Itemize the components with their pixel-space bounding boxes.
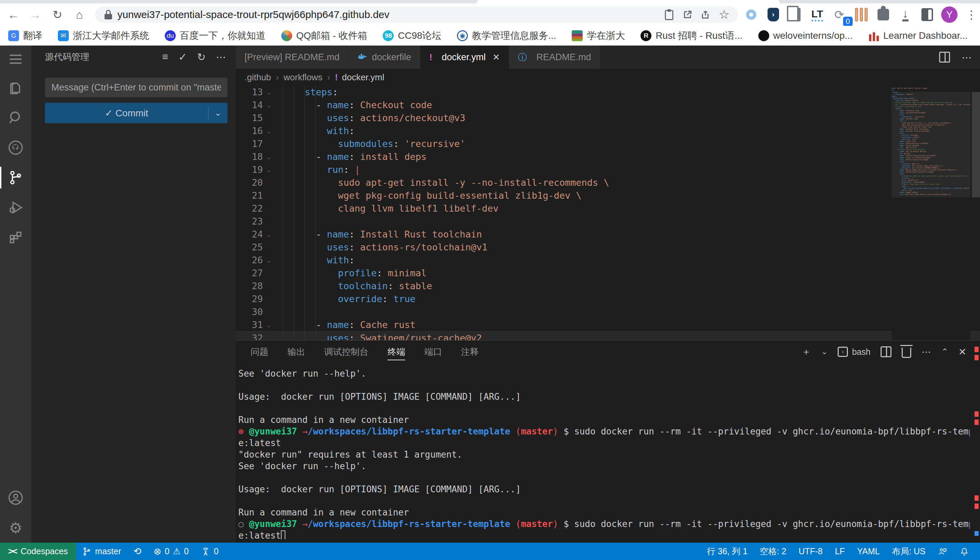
terminal-dropdown-icon[interactable]: ⌄: [821, 347, 828, 356]
kill-terminal-icon[interactable]: [902, 348, 911, 358]
refresh-icon[interactable]: ↻: [197, 51, 206, 63]
panel-tab[interactable]: 问题: [251, 340, 268, 363]
panel-tab-bar: 问题输出调试控制台终端端口注释 ＋ ⌄ › bash ⋯ ⌃ ✕: [236, 340, 980, 363]
terminal-line: Usage: docker run [OPTIONS] IMAGE [COMMA…: [238, 483, 970, 495]
panel-tab[interactable]: 调试控制台: [324, 340, 368, 363]
view-as-list-icon[interactable]: ≡: [162, 51, 168, 63]
explorer-icon[interactable]: [0, 73, 31, 103]
panel-tab[interactable]: 终端: [388, 340, 405, 363]
bookmark-item[interactable]: Learner Dashboar...: [868, 30, 968, 41]
terminal-line: ○ @yunwei37 →/workspaces/libbpf-rs-start…: [238, 518, 970, 530]
panel-tab[interactable]: 端口: [424, 340, 442, 363]
open-in-new-icon[interactable]: [680, 7, 695, 22]
cursor-position[interactable]: 行 36, 列 1: [701, 543, 754, 560]
branch-indicator[interactable]: master: [76, 543, 127, 560]
panel-tab[interactable]: 注释: [461, 340, 479, 363]
panel-more-actions-icon[interactable]: ⋯: [921, 346, 931, 358]
clipboard-icon[interactable]: [662, 7, 677, 22]
code-editor[interactable]: 13⌄ steps:14⌄ - name: Checkout code15 us…: [236, 86, 980, 340]
indentation[interactable]: 空格: 2: [754, 543, 793, 560]
close-panel-icon[interactable]: ✕: [958, 346, 967, 358]
extensions-icon[interactable]: [0, 223, 31, 252]
code-line: 16⌄ with:: [236, 125, 980, 137]
bookmark-item[interactable]: du百度一下，你就知道: [165, 29, 266, 42]
bookmark-item[interactable]: RRust 招聘 - Rust语...: [641, 29, 743, 42]
panel-tab[interactable]: 输出: [288, 340, 305, 363]
eol-sequence[interactable]: LF: [829, 543, 851, 560]
profile-avatar[interactable]: Y: [941, 6, 958, 23]
github-icon[interactable]: [0, 133, 31, 163]
search-icon[interactable]: [0, 103, 31, 133]
extension-ring-icon[interactable]: [743, 6, 760, 23]
editor-tab-dockerfile[interactable]: dockerfile: [349, 46, 421, 69]
editor-tab--preview-readme.md[interactable]: [Preview] README.md: [236, 46, 349, 69]
terminal-line: See 'docker run --help'.: [238, 460, 970, 472]
bookmark-item[interactable]: QQ邮箱 - 收件箱: [281, 29, 367, 42]
code-line: 18⌄ - name: install deps: [236, 150, 980, 163]
bookmark-item[interactable]: ◉教学管理信息服务...: [457, 29, 556, 42]
commit-dropdown-icon[interactable]: ⌄: [208, 108, 227, 118]
downloads-icon[interactable]: ↓: [896, 6, 914, 23]
encoding[interactable]: UTF-8: [793, 543, 829, 560]
overview-ruler[interactable]: [973, 340, 980, 543]
remote-icon: ><: [8, 546, 16, 557]
commit-check-icon[interactable]: ✓: [179, 51, 187, 63]
editor-tab-docker.yml[interactable]: !docker.yml✕: [421, 46, 509, 69]
terminal-line: [238, 379, 970, 391]
terminal-output[interactable]: See 'docker run --help'.Usage: docker ru…: [238, 368, 970, 539]
bookmark-item[interactable]: ✉浙江大学邮件系统: [58, 29, 149, 42]
terminal-instance[interactable]: › bash: [838, 347, 870, 357]
bookmark-item[interactable]: G翻译: [8, 29, 42, 42]
sync-indicator[interactable]: ⟲: [127, 543, 147, 560]
menu-hamburger-icon[interactable]: [0, 46, 31, 73]
keyboard-layout[interactable]: 布局: US: [886, 543, 932, 560]
extension-sync-icon[interactable]: ⟳0: [831, 6, 848, 23]
bookmark-item[interactable]: 学在浙大: [572, 29, 625, 42]
browser-menu-icon[interactable]: ⋮: [963, 6, 980, 23]
terminal-line: "docker run" requires at least 1 argumen…: [238, 449, 970, 460]
editor-tab-bar: [Preview] README.mddockerfile!docker.yml…: [236, 46, 980, 69]
share-icon[interactable]: [698, 7, 713, 22]
browser-active-tab[interactable]: [477, 0, 780, 3]
settings-gear-icon[interactable]: ⚙: [0, 513, 31, 543]
url-bar[interactable]: yunwei37-potential-space-trout-rpr5qwj66…: [95, 7, 738, 23]
split-terminal-icon[interactable]: [881, 346, 891, 357]
browser-tabstrip: [0, 0, 980, 3]
forward-button[interactable]: →: [27, 6, 44, 23]
maximize-panel-icon[interactable]: ⌃: [941, 347, 948, 357]
run-debug-icon[interactable]: [0, 193, 31, 223]
commit-button[interactable]: ✓ Commit ⌄: [45, 103, 227, 123]
reload-button[interactable]: ↻: [49, 6, 66, 23]
commit-message-input[interactable]: [45, 78, 227, 97]
editor-tab-readme.md[interactable]: ⓘREADME.md: [509, 46, 600, 69]
editor-scrollbar[interactable]: [972, 92, 980, 197]
new-terminal-icon[interactable]: ＋: [801, 345, 811, 358]
extension-bullets-icon[interactable]: [853, 6, 870, 23]
notifications-bell-icon[interactable]: [953, 543, 975, 560]
languagetool-icon[interactable]: LT: [809, 6, 826, 23]
extension-shield-icon[interactable]: ›: [764, 6, 782, 23]
ports-indicator[interactable]: 0: [195, 543, 225, 560]
minimap-viewport[interactable]: [891, 92, 970, 197]
bookmark-item[interactable]: weloveinterns/op...: [758, 30, 853, 41]
breadcrumb[interactable]: .github› workflows› ! docker.yml: [236, 69, 980, 86]
code-line: 27 profile: minimal: [236, 267, 980, 280]
back-button[interactable]: ←: [5, 6, 22, 23]
split-editor-icon[interactable]: [939, 52, 950, 63]
extension-pages-icon[interactable]: [787, 6, 804, 23]
side-panel-icon[interactable]: [919, 6, 936, 23]
source-control-icon[interactable]: [0, 163, 31, 193]
feedback-icon[interactable]: [932, 543, 953, 560]
url-text[interactable]: yunwei37-potential-space-trout-rpr5qwj66…: [117, 9, 658, 20]
account-icon[interactable]: [0, 483, 31, 513]
extensions-puzzle-icon[interactable]: [875, 6, 892, 23]
more-actions-icon[interactable]: ⋯: [216, 51, 226, 63]
remote-indicator[interactable]: >< Codespaces: [0, 543, 76, 560]
language-mode[interactable]: YAML: [851, 543, 886, 560]
home-button[interactable]: ⌂: [71, 6, 88, 23]
close-tab-icon[interactable]: ✕: [492, 52, 500, 63]
editor-more-actions-icon[interactable]: ⋯: [962, 52, 972, 63]
bookmark-item[interactable]: 98CC98论坛: [383, 29, 441, 42]
problems-indicator[interactable]: ⊗0 ⚠0: [147, 543, 195, 560]
bookmark-star-icon[interactable]: ☆: [717, 7, 732, 22]
